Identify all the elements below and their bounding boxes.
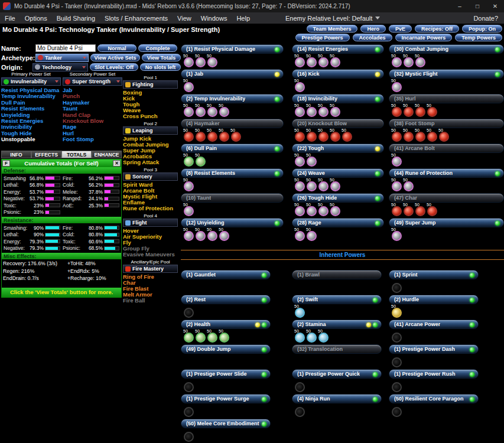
enhancement-slot[interactable]: 50 xyxy=(219,129,229,142)
enhancement-slot[interactable]: 50 xyxy=(415,55,425,68)
power-bar-32-mystic-flight[interactable]: (32) Mystic Flight xyxy=(389,69,504,79)
header-button-temp-powers[interactable]: Temp Powers xyxy=(455,34,502,41)
enhancement-slot[interactable] xyxy=(184,405,194,418)
enhancement-slot[interactable]: 50 xyxy=(295,305,305,318)
primary-power-temp-invulnerability[interactable]: Temp Invulnerability xyxy=(1,93,61,99)
power-bar-1-prestige-power-quick[interactable]: (1) Prestige Power Quick xyxy=(292,369,382,379)
power-bar-32-translocation[interactable]: (32) Translocation xyxy=(292,344,382,354)
power-bar-14-resist-energies[interactable]: (14) Resist Energies xyxy=(292,44,384,54)
power-bar-2-rest[interactable]: (2) Rest xyxy=(181,295,271,304)
secondary-power-hand-clap[interactable]: Hand Clap xyxy=(63,112,122,118)
menu-item-help[interactable]: Help xyxy=(232,15,255,22)
normal-button[interactable]: Normal xyxy=(97,44,136,52)
primary-power-resist-elements[interactable]: Resist Elements xyxy=(1,106,61,112)
power-bar-26-tough-hide[interactable]: (26) Tough Hide xyxy=(292,193,384,203)
enhancement-slot[interactable]: 50 xyxy=(295,55,305,68)
enhancement-slot[interactable]: 50 xyxy=(196,229,206,242)
menu-item-windows[interactable]: Windows xyxy=(196,15,232,22)
tab-totals[interactable]: TOTALS xyxy=(61,151,92,158)
enhancement-slot[interactable]: 50 xyxy=(330,204,340,217)
header-button-team-members[interactable]: Team Members xyxy=(307,25,358,32)
enhancement-slot[interactable]: 50 xyxy=(404,105,414,118)
secondary-power-hurl[interactable]: Hurl xyxy=(63,131,122,136)
origin-select[interactable]: Technology xyxy=(32,63,88,71)
close-button[interactable]: ✕ xyxy=(486,0,504,12)
primary-power-invincibility[interactable]: Invincibility xyxy=(1,124,61,130)
menu-item-slots-enhancements[interactable]: Slots / Enhancements xyxy=(100,15,173,22)
name-input[interactable] xyxy=(35,44,96,52)
enhancement-slot[interactable]: 50 xyxy=(184,55,194,68)
enhancement-slot[interactable]: 50 xyxy=(207,330,217,343)
enhancement-slot[interactable]: 50 xyxy=(427,105,437,118)
secondary-power-jab[interactable]: Jab xyxy=(63,87,122,93)
primary-power-unyielding[interactable]: Unyielding xyxy=(1,112,61,118)
minimize-button[interactable]: – xyxy=(451,0,469,12)
enhancement-slot[interactable]: 50 xyxy=(196,330,206,343)
float-button[interactable]: F xyxy=(2,160,10,167)
enhancement-slot[interactable]: 50 xyxy=(307,179,317,192)
menu-item-options[interactable]: Options xyxy=(20,15,52,22)
tab-effects[interactable]: EFFECTS xyxy=(31,151,61,158)
enhancement-slot[interactable]: 50 xyxy=(392,129,402,142)
enhancement-slot[interactable]: 50 xyxy=(196,55,206,68)
power-bar-16-kick[interactable]: (16) Kick xyxy=(292,69,384,79)
enhancement-slot[interactable]: 50 xyxy=(184,105,194,118)
enhancement-slot[interactable]: 50 xyxy=(427,129,437,142)
enhancement-slot[interactable]: 50 xyxy=(392,229,402,242)
enhancement-slot[interactable]: 50 xyxy=(404,55,414,68)
enhancement-slot[interactable]: 50 xyxy=(307,154,317,167)
enhancement-slot[interactable]: 50 xyxy=(207,129,217,142)
power-bar-41-arcane-power[interactable]: (41) Arcane Power xyxy=(389,320,479,329)
maximize-button[interactable]: □ xyxy=(469,0,486,12)
power-bar-38-foot-stomp[interactable]: (38) Foot Stomp xyxy=(389,119,504,128)
enemy-relative-level-select[interactable]: Enemy Relative Level: Default xyxy=(285,15,380,22)
secondary-power-foot-stomp[interactable]: Foot Stomp xyxy=(63,136,122,142)
header-button-prestige-powers[interactable]: Prestige Powers xyxy=(295,34,350,41)
enhancement-slot[interactable]: 50 xyxy=(318,204,329,217)
power-bar-50-resilient-core-paragon[interactable]: (50) Resilient Core Paragon xyxy=(389,394,479,403)
enhancement-slot[interactable]: 50 xyxy=(392,154,402,167)
enhancement-slot[interactable]: 50 xyxy=(415,105,425,118)
enhancement-slot[interactable]: 50 xyxy=(307,330,317,343)
power-bar-1-resist-physical-damage[interactable]: (1) Resist Physical Damage xyxy=(181,44,284,54)
enhancement-slot[interactable] xyxy=(392,281,402,294)
enhancement-slot[interactable]: 50 xyxy=(295,330,305,343)
power-bar-1-prestige-power-surge[interactable]: (1) Prestige Power Surge xyxy=(181,394,271,403)
power-bar-47-char[interactable]: (47) Char xyxy=(389,193,504,203)
enhancement-slot[interactable]: 50 xyxy=(219,229,229,242)
enhancement-slot[interactable] xyxy=(392,405,402,418)
pool-power-fire-ball[interactable]: Fire Ball xyxy=(123,298,178,304)
enhancement-slot[interactable]: 50 xyxy=(392,305,402,318)
enhancement-slot[interactable]: 50 xyxy=(318,330,329,343)
power-bar-8-resist-elements[interactable]: (8) Resist Elements xyxy=(181,168,284,178)
power-bar-1-brawl[interactable]: (1) Brawl xyxy=(292,270,382,279)
enhancement-slot[interactable] xyxy=(295,405,305,418)
power-bar-6-dull-pain[interactable]: (6) Dull Pain xyxy=(181,144,284,153)
enhancement-slot[interactable]: 50 xyxy=(392,80,402,93)
view-active-sets-button[interactable]: View Active Sets xyxy=(90,54,140,61)
enhancement-slot[interactable]: 50 xyxy=(330,105,340,118)
primary-power-dull-pain[interactable]: Dull Pain xyxy=(1,100,61,106)
power-bar-2-hurdle[interactable]: (2) Hurdle xyxy=(389,295,479,304)
power-bar-1-prestige-power-rush[interactable]: (1) Prestige Power Rush xyxy=(389,369,479,379)
enhancement-slot[interactable] xyxy=(392,330,402,343)
power-bar-2-stamina[interactable]: (2) Stamina xyxy=(292,320,382,329)
enhancement-slot[interactable]: 50 xyxy=(392,179,402,192)
enhancement-slot[interactable]: 50 xyxy=(184,154,194,167)
primary-power-unstoppable[interactable]: Unstoppable xyxy=(1,136,61,142)
pool-power-cross-punch[interactable]: Cross Punch xyxy=(123,113,178,119)
enhancement-slot[interactable] xyxy=(392,355,402,368)
enhancement-slot[interactable]: 50 xyxy=(184,129,194,142)
power-bar-41-arcane-bolt[interactable]: (41) Arcane Bolt xyxy=(389,144,504,153)
tab-info[interactable]: INFO xyxy=(1,151,31,158)
pool-select-leaping[interactable]: Leaping xyxy=(123,126,178,135)
menu-item-file[interactable]: File xyxy=(0,15,20,22)
power-bar-28-rage[interactable]: (28) Rage xyxy=(292,218,384,227)
power-bar-1-jab[interactable]: (1) Jab xyxy=(181,69,284,79)
power-bar-4-ninja-run[interactable]: (4) Ninja Run xyxy=(292,394,382,403)
menu-item-view[interactable]: View xyxy=(173,15,196,22)
tab-enhance[interactable]: ENHANCE xyxy=(92,151,122,158)
enhancement-slot[interactable]: 50 xyxy=(295,229,305,242)
view-totals-button[interactable]: View Totals xyxy=(142,54,181,61)
header-button-recipes-off[interactable]: Recipes: Off xyxy=(415,25,459,32)
